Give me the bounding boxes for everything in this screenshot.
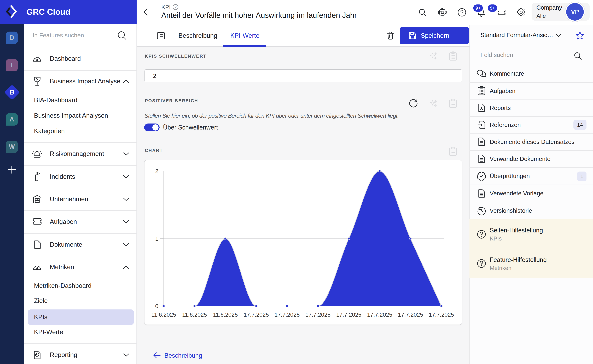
svg-text:17.7.2025: 17.7.2025	[367, 312, 392, 318]
svg-text:17.7.2025: 17.7.2025	[244, 312, 269, 318]
svg-text:17.7.2025: 17.7.2025	[274, 312, 300, 318]
svg-text:11.6.2025: 11.6.2025	[213, 312, 238, 318]
svg-text:?: ?	[175, 5, 176, 9]
svg-text:1: 1	[155, 235, 159, 242]
svg-text:17.7.2025: 17.7.2025	[306, 312, 331, 318]
svg-text:0: 0	[155, 303, 159, 309]
svg-text:17.7.2025: 17.7.2025	[398, 312, 423, 318]
svg-text:11.6.2025: 11.6.2025	[151, 312, 176, 318]
svg-text:2: 2	[155, 168, 159, 174]
svg-text:11.6.2025: 11.6.2025	[182, 312, 207, 318]
svg-text:17.7.2025: 17.7.2025	[336, 312, 361, 318]
svg-text:17.7.2025: 17.7.2025	[429, 312, 454, 318]
